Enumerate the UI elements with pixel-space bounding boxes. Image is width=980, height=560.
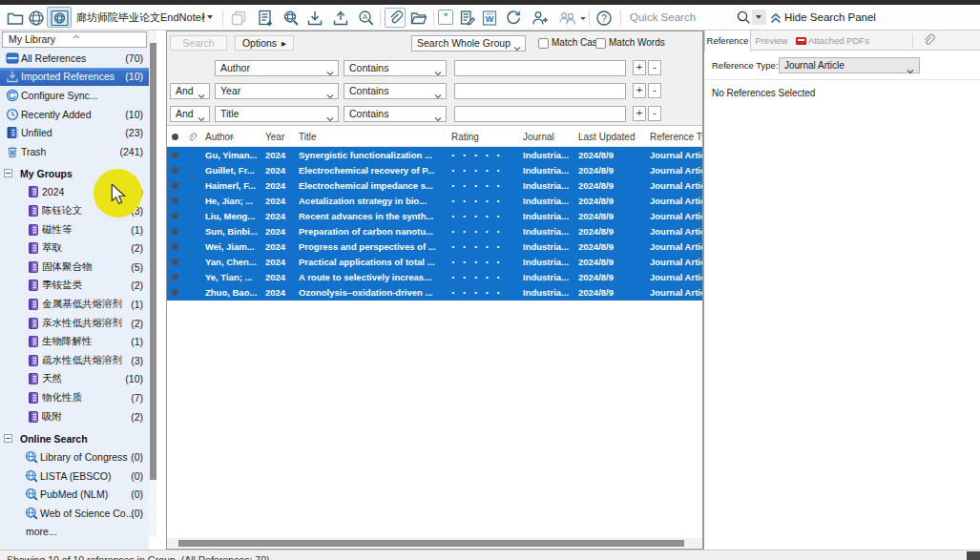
group-item-item[interactable]: 金属基低共熔溶剂 (1) [0, 295, 149, 314]
table-row[interactable]: Guillet, Fr... 2024 Electrochemical reco… [167, 162, 702, 177]
remove-search-row-3[interactable]: - [648, 106, 661, 121]
online-item-web-of-science-co[interactable]: Web of Science Co... (0) [0, 504, 149, 523]
table-row[interactable]: Liu, Meng... 2024 Recent advances in the… [167, 208, 702, 223]
library-icon[interactable] [6, 9, 25, 28]
search-bool-dropdown-2[interactable]: And [170, 83, 210, 99]
table-row[interactable]: He, Jian; ... 2024 Acetalization strateg… [167, 193, 702, 208]
online-search-header[interactable]: Online Search [0, 429, 149, 448]
horizontal-scrollbar[interactable] [167, 538, 702, 548]
word-cwyw-icon[interactable]: W [480, 9, 499, 28]
search-button[interactable]: Search [170, 35, 227, 51]
column-header-year[interactable]: Year [261, 132, 295, 142]
add-search-row-3[interactable]: + [633, 106, 646, 121]
sidebar-scrollbar-thumb[interactable] [150, 43, 156, 480]
sharing-caret[interactable] [580, 17, 586, 20]
add-search-row-1[interactable]: + [633, 60, 646, 75]
attach-file-button[interactable] [385, 8, 406, 28]
group-item-item[interactable]: 季铵盐类 (2) [0, 277, 149, 296]
find-full-text-icon[interactable]: A [357, 9, 376, 28]
search-term-input-2[interactable] [454, 83, 626, 99]
search-op-dropdown-3[interactable]: Contains [344, 106, 447, 122]
collapse-icon[interactable] [4, 169, 12, 177]
sidebar-item-unfiled[interactable]: Unfiled (23) [0, 123, 149, 142]
table-row[interactable]: Ye, Tian; ... 2024 A route to selectivel… [167, 270, 702, 285]
add-search-row-2[interactable]: + [633, 83, 646, 98]
import-icon[interactable] [305, 9, 324, 28]
integrated-mode-button[interactable] [47, 7, 72, 28]
table-row[interactable]: Wei, Jiam... 2024 Progress and perspecti… [167, 239, 702, 255]
quick-search-options-caret[interactable] [752, 10, 766, 25]
column-header-journal[interactable]: Journal [519, 132, 574, 142]
search-field-dropdown-2[interactable]: Year [215, 83, 339, 99]
sidebar-item-configure-sync[interactable]: Configure Sync... [0, 86, 149, 105]
reference-type-dropdown[interactable]: Journal Article [779, 57, 920, 73]
match-words-checkbox[interactable] [595, 38, 606, 49]
open-folder-icon[interactable] [409, 9, 428, 28]
group-item-item[interactable]: 物化性质 (7) [0, 388, 149, 407]
insert-citation-icon[interactable]: ” [438, 10, 453, 25]
search-field-dropdown-3[interactable]: Title [215, 106, 339, 122]
search-bool-dropdown-3[interactable]: And [170, 106, 210, 122]
tab-preview[interactable]: Preview [751, 31, 792, 51]
library-title[interactable]: 廊坊师院毕业论文EndNote模板 [76, 5, 205, 30]
remove-search-row-1[interactable]: - [648, 60, 661, 75]
collapse-icon[interactable] [4, 434, 12, 443]
column-header-last-updated[interactable]: Last Updated [574, 132, 646, 142]
table-row[interactable]: Yan, Chen... 2024 Practical applications… [167, 255, 702, 270]
group-item-item[interactable]: 固体聚合物 (5) [0, 258, 149, 277]
hide-search-panel-label[interactable]: Hide Search Panel [784, 5, 876, 30]
library-title-caret[interactable] [207, 15, 213, 19]
column-header-rating[interactable]: Rating [446, 132, 519, 142]
sidebar-item-imported-references[interactable]: Imported References (10) [0, 68, 149, 87]
remove-search-row-2[interactable]: - [648, 83, 661, 98]
sync-icon[interactable] [504, 9, 523, 28]
online-item-lista-ebsco[interactable]: LISTA (EBSCO) (0) [0, 467, 149, 486]
sidebar-item-all-references[interactable]: All References (70) [0, 49, 149, 68]
column-header-reference-type[interactable]: Reference Ty [646, 132, 702, 142]
group-item-item[interactable]: 萃取 (2) [0, 239, 149, 258]
help-icon[interactable]: ? [594, 9, 614, 28]
search-scope-dropdown[interactable]: Search Whole Group [411, 35, 526, 52]
sidebar-item-trash[interactable]: Trash (241) [0, 142, 149, 161]
table-row[interactable]: Haimerl, F... 2024 Electrochemical imped… [167, 177, 702, 193]
search-op-dropdown-2[interactable]: Contains [344, 83, 447, 99]
search-term-input-3[interactable] [454, 106, 626, 122]
attachment-column-icon[interactable] [182, 131, 201, 144]
options-button[interactable]: Options▶ [235, 35, 294, 51]
online-more-link[interactable]: more... [0, 523, 149, 542]
library-pane-header[interactable]: My Library [2, 31, 147, 48]
group-item-item[interactable]: 天然 (10) [0, 370, 149, 389]
online-search-mode-icon[interactable] [27, 9, 46, 28]
sidebar-item-recently-added[interactable]: Recently Added (10) [0, 105, 149, 124]
read-status-column-icon[interactable] [167, 134, 182, 140]
search-term-input-1[interactable] [454, 60, 626, 76]
export-icon[interactable] [331, 9, 350, 28]
pane-collapse-chevron[interactable] [73, 29, 80, 33]
sidebar-scrollbar[interactable] [149, 31, 156, 537]
group-item-item[interactable]: 吸附 (2) [0, 407, 149, 426]
online-item-library-of-congress[interactable]: Library of Congress (0) [0, 447, 149, 467]
new-reference-icon[interactable] [256, 9, 275, 28]
column-header-title[interactable]: Title [295, 132, 446, 142]
copy-icon[interactable] [229, 9, 248, 28]
group-item-item[interactable]: 磁性等 (1) [0, 220, 149, 239]
search-field-dropdown-1[interactable]: Author [215, 60, 339, 76]
group-item-item[interactable]: 亲水性低共熔溶剂 (2) [0, 314, 149, 333]
search-op-dropdown-1[interactable]: Contains [344, 60, 447, 76]
table-row[interactable]: Gu, Yiman... 2024 Synergistic functional… [167, 147, 702, 162]
quick-search-input[interactable]: Quick Search [630, 5, 696, 30]
online-item-pubmed-nlm[interactable]: PubMed (NLM) (0) [0, 486, 149, 505]
group-item-item[interactable]: 疏水性低共熔溶剂 (3) [0, 351, 149, 370]
online-search-icon[interactable] [281, 9, 301, 28]
format-bibliography-icon[interactable] [458, 9, 477, 28]
tab-reference[interactable]: Reference [704, 31, 751, 52]
tab-attached-pdfs[interactable]: Attached PDFs [792, 31, 887, 51]
group-item-item[interactable]: 生物降解性 (1) [0, 332, 149, 351]
attach-pdf-icon[interactable] [921, 32, 938, 50]
match-case-checkbox[interactable] [538, 38, 549, 49]
horizontal-scrollbar-thumb[interactable] [178, 540, 684, 547]
sharing-users-icon[interactable] [557, 9, 576, 28]
table-row[interactable]: Sun, Binbi... 2024 Preparation of carbon… [167, 223, 702, 239]
table-row[interactable]: Zhuo, Bao... 2024 Ozonolysis–oxidation-d… [167, 285, 702, 301]
share-library-icon[interactable] [531, 9, 550, 28]
